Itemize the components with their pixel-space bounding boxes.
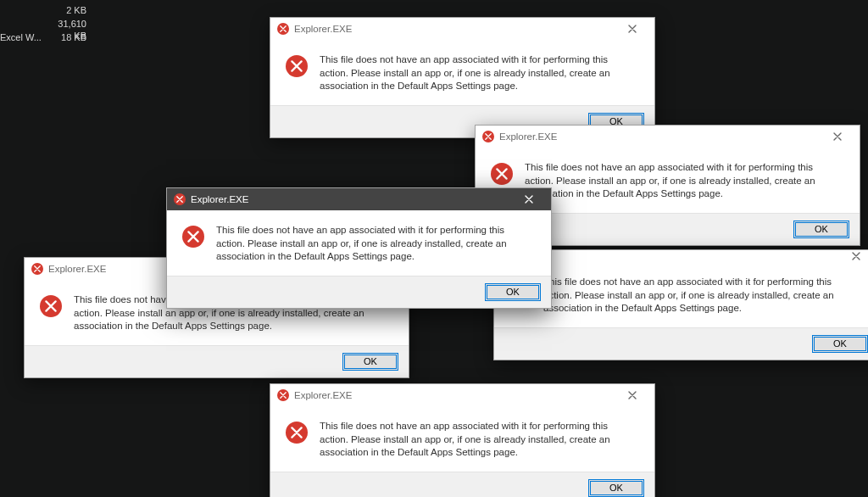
error-icon <box>40 295 62 317</box>
dialog-title: Explorer.EXE <box>191 194 507 204</box>
close-button[interactable] <box>821 126 854 147</box>
file-size: 2 KB <box>46 4 92 16</box>
file-size: 18 KB <box>46 31 92 43</box>
error-dialog[interactable]: Explorer.EXEThis file does not have an a… <box>270 17 655 138</box>
file-row[interactable]: 31,610 KB <box>0 17 95 31</box>
error-icon <box>286 422 308 444</box>
dialog-titlebar[interactable]: Explorer.EXE <box>167 188 551 210</box>
error-dialog[interactable]: Explorer.EXEThis file does not have an a… <box>270 383 655 497</box>
dialog-footer: OK <box>270 472 654 497</box>
file-row[interactable]: Excel W... 18 KB <box>0 31 95 44</box>
ok-button[interactable]: OK <box>588 479 644 497</box>
dialog-footer: OK <box>167 276 551 308</box>
dialog-message: This file does not have an app associate… <box>543 276 861 316</box>
dialog-body: This file does not have an app associate… <box>167 210 551 276</box>
dialog-message: This file does not have an app associate… <box>216 224 534 264</box>
dialog-message: This file does not have an app associate… <box>320 420 637 460</box>
error-icon <box>277 23 289 35</box>
ok-button[interactable]: OK <box>812 335 868 353</box>
dialog-title: Explorer.EXE <box>294 390 610 400</box>
file-size: 31,610 KB <box>46 18 92 30</box>
ok-button[interactable]: OK <box>793 221 849 238</box>
close-button[interactable] <box>615 19 649 39</box>
error-icon <box>31 263 43 275</box>
file-list: 2 KB 31,610 KB Excel W... 18 KB <box>0 3 95 44</box>
dialog-titlebar[interactable]: Explorer.EXE <box>476 126 860 148</box>
error-icon <box>286 55 308 77</box>
dialog-message: This file does not have an app associate… <box>525 161 843 201</box>
file-type: Excel W... <box>0 31 46 43</box>
dialog-body: This file does not have an app associate… <box>270 406 654 472</box>
dialog-titlebar[interactable]: Explorer.EXE <box>270 384 654 406</box>
error-icon <box>182 226 204 248</box>
error-icon <box>277 389 289 401</box>
file-type <box>0 18 46 30</box>
error-icon <box>491 163 513 185</box>
dialog-titlebar[interactable]: Explorer.EXE <box>270 18 654 40</box>
close-button[interactable] <box>839 246 868 266</box>
error-dialog[interactable]: Explorer.EXEThis file does not have an a… <box>166 187 552 309</box>
close-button[interactable] <box>512 189 546 209</box>
dialog-footer: OK <box>25 345 409 377</box>
dialog-footer: OK <box>494 327 868 360</box>
ok-button[interactable]: OK <box>342 353 398 371</box>
dialog-message: This file does not have an app associate… <box>320 53 637 93</box>
dialog-body: This file does not have an app associate… <box>270 40 654 105</box>
file-type <box>0 4 46 16</box>
file-row[interactable]: 2 KB <box>0 3 95 17</box>
dialog-title: Explorer.EXE <box>294 24 610 34</box>
ok-button[interactable]: OK <box>485 283 541 301</box>
error-icon <box>174 193 186 205</box>
error-icon <box>482 131 494 142</box>
close-button[interactable] <box>615 385 649 405</box>
dialog-title: Explorer.EXE <box>499 131 815 142</box>
